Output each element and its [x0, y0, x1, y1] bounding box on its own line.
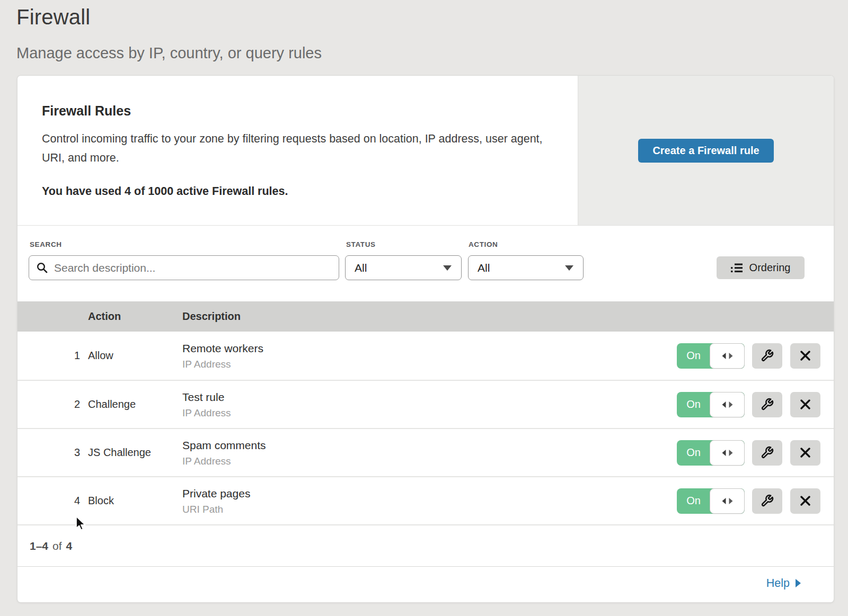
rule-field: IP Address — [182, 359, 677, 370]
toggle-on-label: On — [677, 392, 710, 417]
rule-toggle[interactable]: On — [677, 343, 745, 369]
left-right-arrows-icon — [721, 352, 734, 360]
wrench-icon — [761, 349, 774, 362]
x-icon — [800, 495, 811, 506]
wrench-icon — [761, 446, 774, 459]
page-subtitle: Manage access by IP, country, or query r… — [16, 44, 322, 62]
edit-rule-button[interactable] — [752, 488, 782, 514]
action-label: ACTION — [469, 240, 498, 248]
page-header: Firewall Manage access by IP, country, o… — [16, 4, 322, 62]
rule-priority: 2 — [17, 398, 88, 410]
action-select[interactable]: All — [468, 255, 584, 280]
edit-rule-button[interactable] — [752, 392, 782, 417]
mouse-cursor — [75, 516, 89, 532]
arrow-right-icon — [796, 579, 801, 587]
x-icon — [800, 447, 811, 458]
column-header-action: Action — [88, 310, 182, 323]
toggle-handle[interactable] — [710, 392, 745, 417]
firewall-rules-card: Firewall Rules Control incoming traffic … — [17, 76, 834, 602]
search-label: SEARCH — [30, 240, 62, 248]
delete-rule-button[interactable] — [790, 440, 820, 466]
toggle-on-label: On — [677, 343, 710, 369]
delete-rule-button[interactable] — [790, 392, 820, 417]
left-right-arrows-icon — [721, 449, 734, 457]
wrench-icon — [761, 494, 774, 507]
status-selected-value: All — [355, 262, 367, 274]
x-icon — [800, 399, 811, 410]
usage-note: You have used 4 of 1000 active Firewall … — [42, 185, 546, 198]
pagination-of: of — [52, 540, 62, 552]
overview-section: Firewall Rules Control incoming traffic … — [17, 76, 834, 226]
rule-controls: On — [677, 488, 834, 514]
rule-action: Block — [88, 495, 182, 507]
toggle-on-label: On — [677, 488, 710, 514]
firewall-page: { "page": { "title": "Firewall", "subtit… — [0, 0, 848, 616]
table-row: 2 Challenge Test rule IP Address On — [17, 380, 834, 428]
rule-description-cell: Test rule IP Address — [182, 390, 677, 419]
ordering-button[interactable]: Ordering — [717, 256, 805, 279]
chevron-down-icon — [443, 265, 452, 271]
ordering-button-label: Ordering — [749, 262, 791, 274]
toggle-handle[interactable] — [710, 343, 745, 369]
rule-description-cell: Remote workers IP Address — [182, 342, 677, 370]
rules-list: 1 Allow Remote workers IP Address On — [17, 332, 834, 524]
rule-action: Allow — [88, 350, 182, 362]
help-row: Help — [17, 567, 834, 600]
overview-text-panel: Firewall Rules Control incoming traffic … — [17, 76, 578, 225]
rule-description: Test rule — [182, 390, 677, 404]
edit-rule-button[interactable] — [752, 343, 782, 369]
overview-heading: Firewall Rules — [42, 103, 546, 119]
search-input[interactable] — [53, 261, 331, 275]
status-label: STATUS — [346, 240, 376, 248]
table-row: 3 JS Challenge Spam comments IP Address … — [17, 428, 834, 476]
toggle-handle[interactable] — [710, 440, 745, 466]
rule-controls: On — [677, 343, 834, 369]
overview-action-panel: Create a Firewall rule — [578, 76, 834, 225]
page-title: Firewall — [16, 4, 322, 30]
rule-field: IP Address — [182, 407, 677, 419]
rule-toggle[interactable]: On — [677, 440, 745, 466]
table-row: 4 Block Private pages URI Path On — [17, 476, 834, 524]
rule-toggle[interactable]: On — [677, 392, 745, 417]
overview-description: Control incoming traffic to your zone by… — [42, 129, 543, 167]
help-link[interactable]: Help — [766, 577, 801, 590]
rule-field: IP Address — [182, 456, 677, 467]
delete-rule-button[interactable] — [790, 488, 820, 514]
table-row: 1 Allow Remote workers IP Address On — [17, 332, 834, 380]
rule-controls: On — [677, 440, 834, 466]
left-right-arrows-icon — [721, 497, 734, 505]
search-box[interactable] — [29, 255, 339, 280]
rule-description: Remote workers — [182, 342, 677, 355]
search-icon — [37, 262, 48, 273]
column-header-description: Description — [182, 310, 241, 323]
rule-description: Spam comments — [182, 439, 677, 452]
status-select[interactable]: All — [345, 255, 462, 280]
pagination-total: 4 — [66, 540, 73, 552]
rule-description: Private pages — [182, 487, 677, 500]
edit-rule-button[interactable] — [752, 440, 782, 466]
rule-toggle[interactable]: On — [677, 488, 745, 514]
delete-rule-button[interactable] — [790, 343, 820, 369]
filter-bar: SEARCH STATUS All ACTION All — [17, 226, 834, 301]
chevron-down-icon — [565, 265, 573, 271]
rule-priority: 4 — [17, 495, 88, 507]
rule-priority: 1 — [17, 350, 88, 362]
rule-description-cell: Private pages URI Path — [182, 487, 677, 515]
rule-description-cell: Spam comments IP Address — [182, 439, 677, 467]
pagination-bar: 1–4 of 4 — [17, 524, 834, 567]
action-selected-value: All — [478, 262, 490, 274]
list-icon — [731, 263, 743, 273]
wrench-icon — [761, 398, 774, 411]
help-link-label: Help — [766, 577, 790, 590]
left-right-arrows-icon — [721, 401, 734, 408]
table-header: Action Description — [17, 301, 834, 332]
create-firewall-rule-button[interactable]: Create a Firewall rule — [638, 139, 773, 163]
toggle-on-label: On — [677, 440, 710, 466]
rule-controls: On — [677, 392, 834, 417]
rule-action: JS Challenge — [88, 447, 182, 459]
rule-action: Challenge — [88, 398, 182, 410]
x-icon — [800, 350, 811, 361]
rule-priority: 3 — [17, 447, 88, 459]
toggle-handle[interactable] — [710, 488, 745, 514]
rule-field: URI Path — [182, 504, 677, 515]
